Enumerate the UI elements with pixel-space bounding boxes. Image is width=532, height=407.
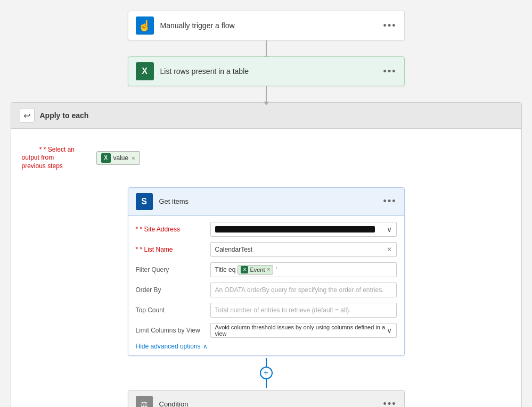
condition-icon: ⚖ (136, 396, 153, 407)
top-count-input[interactable]: Total number of entries to retrieve (def… (210, 303, 397, 318)
list-name-label: * * List Name (136, 246, 210, 253)
filter-query-label: Filter Query (136, 266, 210, 273)
excel-icon: X (136, 62, 154, 80)
apply-each-container: ↩ Apply to each * * Select an output fro… (11, 102, 522, 407)
value-tag-label: value (113, 154, 129, 162)
top-count-row: Top Count Total number of entries to ret… (136, 302, 397, 318)
site-address-input[interactable]: ∨ (210, 222, 397, 237)
limit-columns-input[interactable]: Avoid column threshold issues by only us… (210, 323, 397, 338)
list-rows-title: List rows present in a table (160, 67, 383, 76)
filter-query-row: Filter Query Title eq X Event × ' (136, 262, 397, 278)
condition-more-button[interactable]: ••• (383, 398, 397, 407)
apply-each-title: Apply to each (40, 111, 89, 120)
manually-trigger-title: Manually trigger a flow (160, 21, 383, 30)
get-items-header: S Get items ••• (128, 188, 404, 216)
arrow-1 (266, 40, 267, 56)
order-by-label: Order By (136, 286, 210, 294)
hide-advanced-options-button[interactable]: Hide advanced options ∧ (136, 343, 397, 350)
list-rows-more-button[interactable]: ••• (383, 66, 397, 77)
order-by-row: Order By An ODATA orderBy query for spec… (136, 282, 397, 298)
value-tag[interactable]: X value × (96, 151, 140, 165)
apply-each-icon: ↩ (20, 108, 35, 123)
site-address-blackout (215, 226, 375, 232)
get-items-card: S Get items ••• * * Site Address (128, 187, 405, 356)
add-step-arrow-bottom (266, 379, 267, 388)
event-filter-tag[interactable]: X Event × (238, 265, 273, 275)
apply-each-header: ↩ Apply to each (11, 103, 521, 129)
limit-columns-row: Limit Columns by View Avoid column thres… (136, 322, 397, 338)
add-step-plus-icon[interactable]: + (260, 367, 273, 379)
hide-advanced-label: Hide advanced options (136, 343, 201, 350)
list-name-row: * * List Name CalendarTest ✕ (136, 242, 397, 258)
trigger-icon: ☝ (136, 16, 154, 35)
event-tag-excel-icon: X (241, 266, 248, 273)
limit-columns-label: Limit Columns by View (136, 327, 210, 334)
order-by-placeholder: An ODATA orderBy query for specifying th… (215, 286, 384, 294)
limit-columns-value: Avoid column threshold issues by only us… (215, 324, 387, 337)
filter-query-suffix: ' (275, 266, 276, 273)
order-by-input[interactable]: An ODATA orderBy query for specifying th… (210, 283, 397, 297)
chevron-up-icon: ∧ (203, 343, 208, 350)
canvas: ☝ Manually trigger a flow ••• X List row… (0, 0, 532, 407)
list-name-input[interactable]: CalendarTest ✕ (210, 242, 397, 257)
get-items-body: * * Site Address ∨ * * List Name (128, 216, 404, 355)
top-count-label: Top Count (136, 306, 210, 314)
top-count-placeholder: Total number of entries to retrieve (def… (215, 306, 351, 314)
list-rows-card: X List rows present in a table ••• (128, 56, 405, 86)
condition-header: ⚖ Condition ••• (128, 391, 404, 407)
trigger-more-button[interactable]: ••• (383, 20, 397, 31)
add-step-arrow-top (266, 358, 267, 367)
site-address-label: * * Site Address (136, 226, 210, 233)
list-name-value: CalendarTest (215, 246, 253, 253)
site-address-row: * * Site Address ∨ (136, 221, 397, 237)
select-output-text: * Select an output from previous steps (22, 146, 77, 170)
manually-trigger-card: ☝ Manually trigger a flow ••• (128, 11, 405, 40)
value-tag-close[interactable]: × (132, 155, 135, 161)
get-items-title: Get items (159, 197, 189, 205)
select-output-row: * * Select an output from previous steps… (22, 137, 511, 179)
value-tag-excel-icon: X (101, 153, 111, 163)
filter-query-input[interactable]: Title eq X Event × ' (210, 262, 397, 277)
select-output-label: * * Select an output from previous steps (22, 137, 91, 179)
apply-each-body: * * Select an output from previous steps… (11, 129, 521, 407)
site-address-dropdown-arrow: ∨ (387, 225, 392, 234)
required-star: * (39, 146, 44, 153)
limit-columns-dropdown-arrow: ∨ (387, 326, 392, 335)
sharepoint-icon: S (136, 193, 153, 210)
inner-steps-section: S Get items ••• * * Site Address (22, 187, 511, 407)
condition-title: Condition (159, 400, 189, 407)
add-step-button[interactable]: + (260, 358, 273, 388)
list-name-clear[interactable]: ✕ (387, 246, 392, 253)
get-items-more-button[interactable]: ••• (383, 196, 397, 207)
arrow-2 (266, 86, 267, 102)
filter-query-prefix: Title eq (215, 266, 236, 273)
condition-card: ⚖ Condition ••• fx length(body('Get_item… (128, 390, 405, 407)
event-tag-label: Event (250, 267, 265, 273)
event-tag-close[interactable]: × (267, 267, 271, 272)
